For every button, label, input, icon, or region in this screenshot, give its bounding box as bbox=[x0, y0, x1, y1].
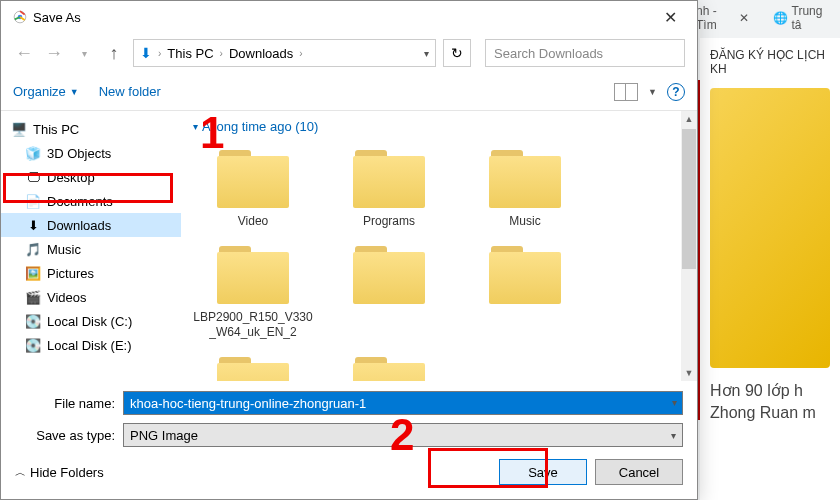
sidebar-item-pictures[interactable]: 🖼️Pictures bbox=[1, 261, 181, 285]
disk-icon: 💽 bbox=[25, 337, 41, 353]
scroll-up-icon[interactable]: ▲ bbox=[681, 111, 697, 127]
sidebar-item-label: Documents bbox=[47, 194, 113, 209]
folder-icon bbox=[213, 242, 293, 306]
page-link[interactable]: ĐĂNG KÝ HỌC LỊCH KH bbox=[710, 48, 830, 76]
folder-label: Programs bbox=[363, 214, 415, 230]
hide-folders-button[interactable]: ︿ Hide Folders bbox=[15, 465, 104, 480]
folder-icon bbox=[213, 353, 293, 381]
help-button[interactable]: ? bbox=[667, 83, 685, 101]
pictures-icon: 🖼️ bbox=[25, 265, 41, 281]
folder-item[interactable] bbox=[329, 242, 449, 341]
filetype-select[interactable]: PNG Image ▾ bbox=[123, 423, 683, 447]
filename-input[interactable] bbox=[123, 391, 683, 415]
group-header[interactable]: ▾ A long time ago (10) bbox=[193, 119, 685, 134]
disk-icon: 💽 bbox=[25, 313, 41, 329]
save-button[interactable]: Save bbox=[499, 459, 587, 485]
scroll-thumb[interactable] bbox=[682, 129, 696, 269]
videos-icon: 🎬 bbox=[25, 289, 41, 305]
sidebar-item-label: 3D Objects bbox=[47, 146, 111, 161]
refresh-button[interactable]: ↻ bbox=[443, 39, 471, 67]
search-placeholder: Search Downloads bbox=[494, 46, 603, 61]
chevron-down-icon[interactable]: ▼ bbox=[648, 87, 657, 97]
sidebar-item-label: Local Disk (C:) bbox=[47, 314, 132, 329]
folder-item[interactable]: Music bbox=[465, 146, 585, 230]
sidebar-item-videos[interactable]: 🎬Videos bbox=[1, 285, 181, 309]
sidebar-item-downloads[interactable]: ⬇Downloads bbox=[1, 213, 181, 237]
sidebar: 🖥️This PC🧊3D Objects🖵Desktop📄Documents⬇D… bbox=[1, 111, 181, 381]
breadcrumb[interactable]: ⬇ › This PC › Downloads › ▾ bbox=[133, 39, 436, 67]
chevron-down-icon[interactable]: ▾ bbox=[672, 397, 677, 408]
organize-button[interactable]: Organize ▼ bbox=[13, 84, 79, 99]
folder-item[interactable]: Video bbox=[193, 146, 313, 230]
chevron-right-icon: › bbox=[299, 48, 302, 59]
3d-icon: 🧊 bbox=[25, 145, 41, 161]
chevron-up-icon: ︿ bbox=[15, 465, 26, 480]
browser-tab[interactable]: nh - Tìm✕ bbox=[688, 0, 757, 36]
scrollbar[interactable]: ▲ ▼ bbox=[681, 111, 697, 381]
sidebar-item-label: Music bbox=[47, 242, 81, 257]
navbar: ← → ▾ ↑ ⬇ › This PC › Downloads › ▾ ↻ Se… bbox=[1, 33, 697, 73]
downloads-icon: ⬇ bbox=[25, 217, 41, 233]
sidebar-item-this-pc[interactable]: 🖥️This PC bbox=[1, 117, 181, 141]
chevron-right-icon: › bbox=[220, 48, 223, 59]
folder-icon bbox=[349, 146, 429, 210]
folder-icon bbox=[485, 146, 565, 210]
bottom-panel: File name: ▾ Save as type: PNG Image ▾ ︿… bbox=[1, 381, 697, 499]
sidebar-item-label: Pictures bbox=[47, 266, 94, 281]
folder-item[interactable] bbox=[465, 242, 585, 341]
chevron-down-icon: ▾ bbox=[193, 121, 198, 132]
sidebar-item-local-disk-e-[interactable]: 💽Local Disk (E:) bbox=[1, 333, 181, 357]
docs-icon: 📄 bbox=[25, 193, 41, 209]
sidebar-item-label: Local Disk (E:) bbox=[47, 338, 132, 353]
breadcrumb-current[interactable]: Downloads bbox=[229, 46, 293, 61]
sidebar-item-label: Desktop bbox=[47, 170, 95, 185]
folder-icon bbox=[485, 242, 565, 306]
sidebar-item-local-disk-c-[interactable]: 💽Local Disk (C:) bbox=[1, 309, 181, 333]
recent-dropdown[interactable]: ▾ bbox=[73, 42, 95, 64]
folder-label: Music bbox=[509, 214, 540, 230]
chevron-right-icon: › bbox=[158, 48, 161, 59]
chrome-icon bbox=[13, 10, 27, 24]
sidebar-item-desktop[interactable]: 🖵Desktop bbox=[1, 165, 181, 189]
toolbar: Organize ▼ New folder ▼ ? bbox=[1, 73, 697, 111]
folder-label: Video bbox=[238, 214, 268, 230]
folder-icon bbox=[349, 242, 429, 306]
filetype-label: Save as type: bbox=[15, 428, 123, 443]
folder-item[interactable]: Programs bbox=[329, 146, 449, 230]
back-button[interactable]: ← bbox=[13, 42, 35, 64]
sidebar-item-3d-objects[interactable]: 🧊3D Objects bbox=[1, 141, 181, 165]
up-button[interactable]: ↑ bbox=[103, 42, 125, 64]
pc-icon: 🖥️ bbox=[11, 121, 27, 137]
close-button[interactable]: ✕ bbox=[656, 8, 685, 27]
folder-label: LBP2900_R150_V330_W64_uk_EN_2 bbox=[193, 310, 313, 341]
folder-item[interactable] bbox=[329, 353, 449, 381]
forward-button: → bbox=[43, 42, 65, 64]
sidebar-item-documents[interactable]: 📄Documents bbox=[1, 189, 181, 213]
browser-tab[interactable]: 🌐Trung tâ bbox=[765, 0, 833, 36]
folder-icon bbox=[213, 146, 293, 210]
browser-page: ĐĂNG KÝ HỌC LỊCH KH Hơn 90 lớp h Zhong R… bbox=[700, 38, 840, 500]
folder-icon bbox=[349, 353, 429, 381]
view-options-button[interactable] bbox=[614, 83, 638, 101]
chevron-down-icon: ▾ bbox=[671, 430, 676, 441]
page-image bbox=[710, 88, 830, 368]
new-folder-button[interactable]: New folder bbox=[99, 84, 161, 99]
filename-label: File name: bbox=[15, 396, 123, 411]
sidebar-item-label: Videos bbox=[47, 290, 87, 305]
download-icon: ⬇ bbox=[140, 45, 152, 61]
dialog-title: Save As bbox=[33, 10, 81, 25]
browser-tabs: nh - Tìm✕ 🌐Trung tâ bbox=[680, 0, 840, 36]
chevron-down-icon[interactable]: ▾ bbox=[424, 48, 429, 59]
scroll-down-icon[interactable]: ▼ bbox=[681, 365, 697, 381]
sidebar-item-music[interactable]: 🎵Music bbox=[1, 237, 181, 261]
desktop-icon: 🖵 bbox=[25, 169, 41, 185]
breadcrumb-root[interactable]: This PC bbox=[167, 46, 213, 61]
search-input[interactable]: Search Downloads bbox=[485, 39, 685, 67]
file-list: ▾ A long time ago (10) VideoProgramsMusi… bbox=[181, 111, 697, 381]
titlebar: Save As ✕ bbox=[1, 1, 697, 33]
folder-item[interactable] bbox=[193, 353, 313, 381]
folder-item[interactable]: LBP2900_R150_V330_W64_uk_EN_2 bbox=[193, 242, 313, 341]
page-text: Hơn 90 lớp h Zhong Ruan m bbox=[710, 380, 830, 425]
music-icon: 🎵 bbox=[25, 241, 41, 257]
cancel-button[interactable]: Cancel bbox=[595, 459, 683, 485]
